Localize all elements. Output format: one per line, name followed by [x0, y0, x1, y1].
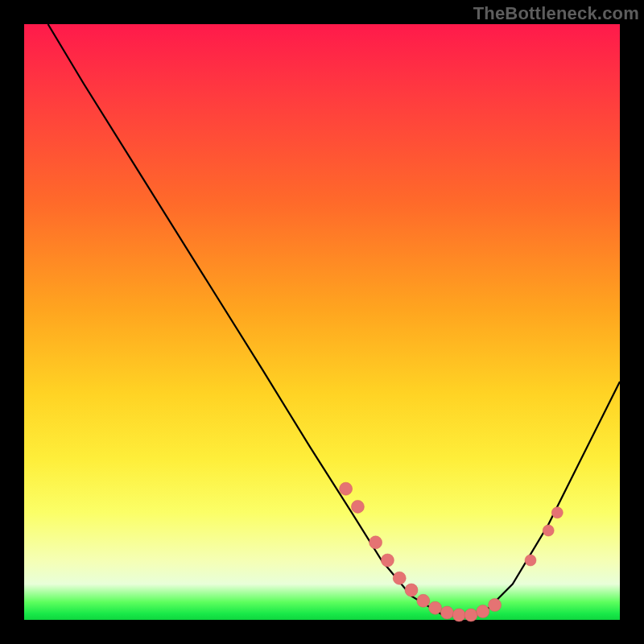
curve-markers-descending: [340, 482, 502, 621]
data-marker: [429, 601, 442, 614]
data-marker: [464, 609, 477, 621]
data-marker: [393, 572, 406, 584]
data-marker: [381, 554, 394, 567]
curve-markers-ascending: [525, 507, 563, 566]
data-marker: [340, 482, 353, 495]
data-marker: [489, 599, 502, 612]
data-marker: [543, 525, 554, 536]
data-marker: [351, 500, 364, 513]
data-marker: [440, 606, 453, 619]
chart-frame: TheBottleneck.com: [0, 0, 644, 644]
data-marker: [452, 609, 465, 621]
data-marker: [369, 536, 382, 549]
data-marker: [525, 555, 536, 566]
data-marker: [477, 605, 489, 618]
plot-area: [24, 24, 620, 620]
watermark-text: TheBottleneck.com: [473, 3, 639, 24]
curve-line: [48, 24, 620, 617]
data-marker: [551, 507, 563, 518]
bottleneck-curve: [24, 24, 620, 620]
data-marker: [405, 584, 418, 597]
data-marker: [417, 594, 430, 607]
